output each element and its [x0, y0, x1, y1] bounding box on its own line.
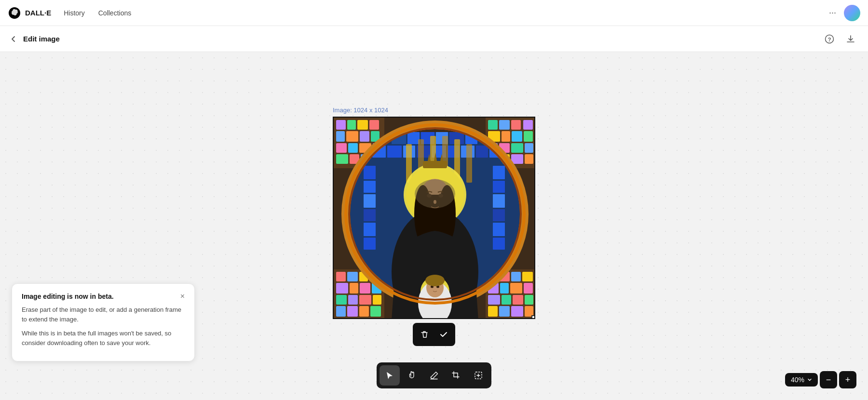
svg-rect-53: [370, 306, 381, 317]
svg-rect-103: [364, 194, 376, 208]
svg-rect-47: [348, 295, 358, 305]
svg-rect-31: [511, 143, 523, 153]
svg-point-121: [415, 179, 455, 208]
zoom-decrease-button[interactable]: −: [820, 371, 837, 388]
svg-rect-22: [499, 120, 510, 130]
eraser-icon: [429, 371, 439, 380]
hand-tool-button[interactable]: [402, 365, 422, 386]
user-avatar[interactable]: [844, 5, 860, 21]
svg-rect-95: [493, 166, 505, 179]
svg-rect-49: [373, 295, 381, 305]
beta-notice-close-button[interactable]: ×: [180, 293, 185, 300]
svg-rect-94: [466, 144, 472, 183]
history-link[interactable]: History: [59, 6, 90, 20]
svg-rect-27: [512, 131, 522, 142]
zoom-level-button[interactable]: 40%: [785, 373, 818, 387]
svg-rect-63: [488, 295, 500, 305]
edit-title: Edit image: [23, 35, 60, 43]
svg-rect-52: [359, 306, 369, 317]
crop-tool-button[interactable]: [446, 365, 466, 386]
beta-notice-card: Image editing is now in beta. × Erase pa…: [12, 283, 195, 361]
confirm-button[interactable]: [435, 326, 452, 343]
delete-button[interactable]: [416, 326, 433, 343]
svg-rect-109: [423, 161, 447, 168]
download-button[interactable]: [843, 31, 858, 47]
svg-rect-106: [364, 238, 376, 250]
more-options-button[interactable]: ···: [825, 5, 840, 21]
stained-glass-image: [334, 118, 535, 319]
more-icon: ···: [829, 8, 836, 18]
svg-rect-61: [510, 283, 522, 293]
expand-tool-button[interactable]: [468, 365, 488, 386]
svg-rect-5: [347, 120, 356, 130]
svg-rect-13: [348, 143, 358, 153]
beta-notice-header: Image editing is now in beta. ×: [22, 293, 185, 300]
trash-icon: [420, 330, 429, 339]
svg-rect-102: [364, 181, 376, 193]
svg-rect-58: [522, 272, 533, 281]
beta-notice-paragraph1: Erase part of the image to edit, or add …: [22, 305, 185, 324]
resize-handle[interactable]: [531, 315, 535, 319]
svg-rect-99: [493, 223, 505, 236]
zoom-value: 40%: [791, 376, 804, 384]
svg-rect-23: [511, 120, 521, 130]
svg-rect-50: [336, 306, 346, 317]
svg-rect-16: [336, 154, 348, 164]
svg-rect-98: [493, 209, 505, 221]
openai-logo-icon: [8, 6, 21, 20]
expand-icon: [474, 371, 483, 380]
svg-text:?: ?: [828, 36, 831, 42]
svg-rect-4: [336, 120, 346, 130]
edit-bar: Edit image ?: [0, 26, 868, 52]
chevron-down-icon: [807, 377, 812, 382]
image-dimensions-label: Image: 1024 x 1024: [333, 107, 388, 114]
svg-rect-67: [488, 306, 498, 317]
svg-rect-26: [502, 131, 510, 142]
eraser-tool-button[interactable]: [424, 365, 444, 386]
svg-rect-32: [525, 143, 533, 153]
svg-rect-64: [502, 295, 511, 305]
svg-rect-105: [364, 223, 376, 236]
svg-rect-10: [360, 131, 369, 142]
svg-rect-66: [525, 295, 533, 305]
topnav: DALL·E History Collections ···: [0, 0, 868, 26]
svg-rect-8: [336, 131, 345, 142]
svg-rect-87: [476, 146, 488, 158]
canvas-area: Image: 1024 x 1024: [0, 52, 868, 400]
help-button[interactable]: ?: [822, 31, 837, 47]
select-tool-button[interactable]: [380, 365, 400, 386]
svg-rect-9: [346, 131, 358, 142]
svg-rect-24: [523, 120, 533, 130]
svg-rect-21: [488, 120, 498, 130]
svg-rect-65: [513, 295, 523, 305]
svg-rect-68: [499, 306, 510, 317]
svg-rect-6: [357, 120, 368, 130]
svg-rect-39: [347, 272, 358, 281]
image-action-bar: [413, 323, 455, 346]
svg-rect-44: [360, 283, 370, 293]
svg-rect-38: [336, 272, 346, 281]
logo[interactable]: DALL·E: [8, 6, 51, 20]
back-button[interactable]: [10, 35, 17, 43]
svg-rect-12: [336, 143, 347, 153]
svg-rect-96: [493, 181, 505, 193]
image-canvas[interactable]: [333, 117, 535, 319]
collections-link[interactable]: Collections: [94, 6, 136, 20]
help-icon: ?: [825, 34, 834, 44]
zoom-increase-button[interactable]: +: [839, 371, 856, 388]
cursor-icon: [385, 371, 394, 380]
zoom-control: 40% − +: [785, 371, 856, 388]
svg-rect-101: [364, 166, 376, 179]
svg-rect-57: [511, 272, 521, 281]
svg-rect-36: [525, 154, 533, 164]
download-icon: [846, 34, 855, 44]
svg-rect-62: [524, 283, 533, 293]
svg-rect-7: [369, 120, 379, 130]
svg-rect-100: [493, 238, 505, 250]
brand-label: DALL·E: [25, 9, 51, 17]
svg-rect-97: [493, 194, 505, 208]
svg-rect-81: [387, 146, 402, 158]
svg-rect-48: [359, 295, 371, 305]
beta-notice-paragraph2: While this is in beta the full images wo…: [22, 329, 185, 347]
tools-toolbar: [377, 362, 491, 388]
